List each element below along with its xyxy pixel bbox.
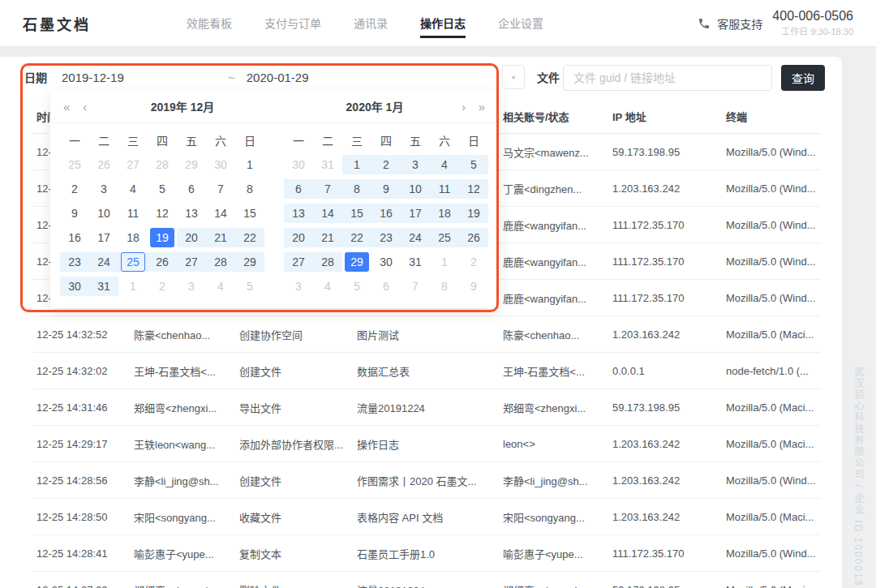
calendar-day[interactable]: 22 — [235, 225, 264, 250]
left-month-title[interactable]: 2019年 12月 — [101, 91, 264, 123]
calendar-day[interactable]: 5 — [459, 152, 488, 177]
calendar-day[interactable]: 4 — [206, 274, 235, 298]
calendar-day[interactable]: 5 — [235, 274, 264, 298]
date-start-value[interactable]: 2019-12-19 — [62, 71, 228, 84]
calendar-day[interactable]: 11 — [430, 177, 459, 201]
calendar-day[interactable]: 28 — [206, 250, 235, 274]
calendar-day[interactable]: 30 — [284, 152, 313, 177]
prev-month-icon[interactable]: ‹ — [83, 91, 87, 123]
calendar-day[interactable]: 2 — [459, 250, 488, 274]
calendar-day[interactable]: 22 — [342, 225, 371, 250]
calendar-day[interactable]: 8 — [235, 177, 264, 201]
calendar-day[interactable]: 6 — [371, 274, 401, 298]
nav-item-1[interactable]: 效能看板 — [187, 0, 232, 47]
calendar-day[interactable]: 4 — [430, 152, 459, 177]
nav-item-2[interactable]: 支付与订单 — [264, 0, 321, 47]
calendar-day[interactable]: 16 — [371, 201, 401, 225]
calendar-day[interactable]: 5 — [342, 274, 371, 298]
calendar-day[interactable]: 15 — [235, 201, 264, 225]
support-label[interactable]: 客服支持 — [717, 15, 762, 32]
calendar-day[interactable]: 24 — [401, 225, 430, 250]
nav-item-3[interactable]: 通讯录 — [354, 0, 388, 47]
calendar-day[interactable]: 8 — [342, 177, 371, 201]
calendar-day[interactable]: 2 — [60, 177, 89, 201]
calendar-day[interactable]: 7 — [206, 177, 235, 201]
calendar-day[interactable]: 27 — [284, 250, 313, 274]
calendar-day[interactable]: 1 — [235, 152, 264, 177]
calendar-day[interactable]: 12 — [459, 177, 488, 201]
calendar-day[interactable]: 3 — [89, 177, 118, 201]
calendar-day[interactable]: 21 — [206, 225, 235, 250]
calendar-day[interactable]: 13 — [177, 201, 206, 225]
calendar-day[interactable]: 17 — [401, 201, 430, 225]
calendar-day[interactable]: 2 — [148, 274, 177, 298]
calendar-day[interactable]: 12 — [148, 201, 177, 225]
calendar-day[interactable]: 23 — [371, 225, 401, 250]
calendar-day[interactable]: 4 — [118, 177, 148, 201]
calendar-day[interactable]: 26 — [89, 152, 118, 177]
calendar-day[interactable]: 10 — [89, 201, 118, 225]
calendar-day[interactable]: 1 — [430, 250, 459, 274]
calendar-day[interactable]: 9 — [60, 201, 89, 225]
query-button[interactable]: 查询 — [781, 65, 825, 91]
calendar-day[interactable]: 3 — [401, 152, 430, 177]
calendar-day[interactable]: 4 — [313, 274, 342, 298]
file-guid-input[interactable] — [563, 65, 772, 91]
calendar-day[interactable]: 7 — [313, 177, 342, 201]
date-range-input[interactable]: 2019-12-19 ~ 2020-01-29 — [50, 63, 495, 91]
calendar-day[interactable]: 19 — [148, 225, 177, 250]
calendar-day[interactable]: 15 — [342, 201, 371, 225]
calendar-day[interactable]: 31 — [401, 250, 430, 274]
calendar-day[interactable]: 11 — [118, 201, 148, 225]
next-year-icon[interactable]: » — [479, 91, 485, 123]
app-logo[interactable]: 石墨文档 — [23, 13, 91, 34]
calendar-day[interactable]: 21 — [313, 225, 342, 250]
calendar-day[interactable]: 9 — [371, 177, 401, 201]
calendar-day[interactable]: 25 — [430, 225, 459, 250]
calendar-day[interactable]: 16 — [60, 225, 89, 250]
calendar-day[interactable]: 17 — [89, 225, 118, 250]
calendar-day[interactable]: 5 — [148, 177, 177, 201]
calendar-day[interactable]: 29 — [177, 152, 206, 177]
calendar-day[interactable]: 29 — [235, 250, 264, 274]
calendar-day[interactable]: 20 — [284, 225, 313, 250]
calendar-day[interactable]: 7 — [401, 274, 430, 298]
calendar-day[interactable]: 27 — [118, 152, 148, 177]
calendar-day[interactable]: 28 — [313, 250, 342, 274]
calendar-day[interactable]: 6 — [177, 177, 206, 201]
calendar-day[interactable]: 14 — [206, 201, 235, 225]
right-month-title[interactable]: 2020年 1月 — [294, 91, 456, 123]
date-end-value[interactable]: 2020-01-29 — [247, 71, 309, 84]
calendar-day[interactable]: 14 — [313, 201, 342, 225]
calendar-day[interactable]: 20 — [177, 225, 206, 250]
calendar-day[interactable]: 30 — [60, 274, 89, 298]
next-month-icon[interactable]: › — [462, 91, 466, 123]
calendar-day[interactable]: 26 — [459, 225, 488, 250]
calendar-day[interactable]: 2 — [371, 152, 401, 177]
calendar-day[interactable]: 3 — [177, 274, 206, 298]
calendar-day[interactable]: 9 — [459, 274, 488, 298]
nav-item-5[interactable]: 企业设置 — [498, 0, 543, 47]
calendar-day[interactable]: 26 — [148, 250, 177, 274]
calendar-day[interactable]: 30 — [371, 250, 401, 274]
calendar-day[interactable]: 8 — [430, 274, 459, 298]
calendar-day[interactable]: 19 — [459, 201, 488, 225]
date-preset-select[interactable]: ▼ — [502, 65, 525, 89]
calendar-day[interactable]: 30 — [206, 152, 235, 177]
nav-item-4[interactable]: 操作日志 — [420, 0, 466, 47]
calendar-day[interactable]: 29 — [342, 250, 371, 274]
calendar-day[interactable]: 25 — [118, 250, 148, 274]
calendar-day[interactable]: 1 — [118, 274, 148, 298]
calendar-day[interactable]: 25 — [60, 152, 89, 177]
calendar-day[interactable]: 18 — [118, 225, 148, 250]
calendar-day[interactable]: 27 — [177, 250, 206, 274]
calendar-day[interactable]: 13 — [284, 201, 313, 225]
calendar-day[interactable]: 10 — [401, 177, 430, 201]
calendar-day[interactable]: 1 — [342, 152, 371, 177]
calendar-day[interactable]: 28 — [148, 152, 177, 177]
calendar-day[interactable]: 3 — [284, 274, 313, 298]
calendar-day[interactable]: 31 — [89, 274, 118, 298]
prev-year-icon[interactable]: « — [63, 91, 70, 123]
calendar-day[interactable]: 24 — [89, 250, 118, 274]
calendar-day[interactable]: 18 — [430, 201, 459, 225]
